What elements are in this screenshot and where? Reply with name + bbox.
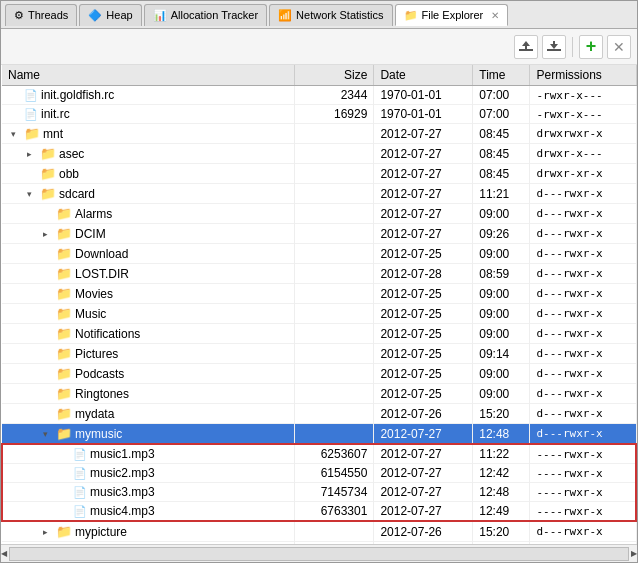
file-name: Alarms bbox=[75, 207, 112, 221]
table-row[interactable]: ▾📁mymusic2012-07-2712:48d---rwxr-x bbox=[2, 424, 636, 445]
file-date: 2012-07-27 bbox=[374, 164, 473, 184]
table-row[interactable]: 📁Alarms2012-07-2709:00d---rwxr-x bbox=[2, 204, 636, 224]
file-permissions: d---rwxr-x bbox=[530, 184, 636, 204]
folder-icon: 📁 bbox=[56, 246, 72, 261]
table-row[interactable]: 📁Ringtones2012-07-2509:00d---rwxr-x bbox=[2, 384, 636, 404]
file-name: mnt bbox=[43, 127, 63, 141]
col-size[interactable]: Size bbox=[294, 65, 373, 86]
pull-file-button[interactable] bbox=[514, 35, 538, 59]
expand-arrow-icon[interactable]: ▾ bbox=[11, 129, 21, 139]
allocation-icon: 📊 bbox=[153, 9, 167, 22]
file-time: 15:20 bbox=[473, 521, 530, 542]
tab-heap[interactable]: 🔷 Heap bbox=[79, 4, 141, 26]
file-time: 09:26 bbox=[473, 224, 530, 244]
folder-icon: 📁 bbox=[40, 166, 56, 181]
tab-network-statistics[interactable]: 📶 Network Statistics bbox=[269, 4, 392, 26]
scroll-right-icon[interactable]: ▶ bbox=[631, 549, 637, 558]
table-row[interactable]: 📄init.goldfish.rc23441970-01-0107:00-rwx… bbox=[2, 86, 636, 105]
file-size bbox=[294, 164, 373, 184]
tab-threads[interactable]: ⚙ Threads bbox=[5, 4, 77, 26]
threads-icon: ⚙ bbox=[14, 9, 24, 22]
table-row[interactable]: ▸📁asec2012-07-2708:45drwxr-x--- bbox=[2, 144, 636, 164]
expand-arrow-icon[interactable]: ▾ bbox=[43, 429, 53, 439]
table-row[interactable]: ▸📁mypicture2012-07-2615:20d---rwxr-x bbox=[2, 521, 636, 542]
table-row[interactable]: 📁Movies2012-07-2509:00d---rwxr-x bbox=[2, 284, 636, 304]
music-file-row[interactable]: 📄music3.mp371457342012-07-2712:48----rwx… bbox=[2, 483, 636, 502]
file-date: 2012-07-27 bbox=[374, 224, 473, 244]
file-size bbox=[294, 204, 373, 224]
file-permissions: d---rwxr-x bbox=[530, 244, 636, 264]
table-row[interactable]: 📁Download2012-07-2509:00d---rwxr-x bbox=[2, 244, 636, 264]
table-row[interactable]: 📁LOST.DIR2012-07-2808:59d---rwxr-x bbox=[2, 264, 636, 284]
table-row[interactable]: ▾📁sdcard2012-07-2711:21d---rwxr-x bbox=[2, 184, 636, 204]
file-permissions: d---rwxr-x bbox=[530, 521, 636, 542]
file-name: obb bbox=[59, 167, 79, 181]
file-date: 2012-07-27 bbox=[374, 144, 473, 164]
file-date: 2012-07-25 bbox=[374, 244, 473, 264]
file-time: 11:21 bbox=[473, 184, 530, 204]
horizontal-scrollbar[interactable] bbox=[9, 547, 629, 561]
file-size bbox=[294, 244, 373, 264]
file-size bbox=[294, 424, 373, 445]
file-permissions: d---rwxr-x bbox=[530, 284, 636, 304]
col-perm[interactable]: Permissions bbox=[530, 65, 636, 86]
music-file-row[interactable]: 📄music2.mp361545502012-07-2712:42----rwx… bbox=[2, 464, 636, 483]
file-size bbox=[294, 224, 373, 244]
file-icon: 📄 bbox=[73, 486, 87, 499]
file-icon: 📄 bbox=[73, 448, 87, 461]
expand-arrow-icon[interactable]: ▸ bbox=[27, 149, 37, 159]
table-row[interactable]: 📁Music2012-07-2509:00d---rwxr-x bbox=[2, 304, 636, 324]
music-file-row[interactable]: 📄music4.mp367633012012-07-2712:49----rwx… bbox=[2, 502, 636, 522]
file-time: 08:59 bbox=[473, 264, 530, 284]
tab-close-icon[interactable]: ✕ bbox=[491, 10, 499, 21]
file-name: sdcard bbox=[59, 187, 95, 201]
file-size bbox=[294, 521, 373, 542]
table-row[interactable]: ▾📁mnt2012-07-2708:45drwxrwxr-x bbox=[2, 124, 636, 144]
file-time: 08:45 bbox=[473, 144, 530, 164]
expand-arrow-icon[interactable]: ▸ bbox=[43, 527, 53, 537]
table-row[interactable]: 📁Podcasts2012-07-2509:00d---rwxr-x bbox=[2, 364, 636, 384]
col-date[interactable]: Date bbox=[374, 65, 473, 86]
table-row[interactable]: 📁mydata2012-07-2615:20d---rwxr-x bbox=[2, 404, 636, 424]
file-time: 09:14 bbox=[473, 344, 530, 364]
scroll-left-icon[interactable]: ◀ bbox=[1, 549, 7, 558]
push-file-button[interactable] bbox=[542, 35, 566, 59]
folder-icon: 📁 bbox=[56, 266, 72, 281]
table-row[interactable]: 📁Pictures2012-07-2509:14d---rwxr-x bbox=[2, 344, 636, 364]
file-time: 12:48 bbox=[473, 424, 530, 445]
table-row[interactable]: 📁obb2012-07-2708:45drwxr-xr-x bbox=[2, 164, 636, 184]
file-name: Download bbox=[75, 247, 128, 261]
file-size bbox=[294, 384, 373, 404]
expand-arrow-icon[interactable]: ▾ bbox=[27, 189, 37, 199]
file-permissions: d---rwxr-x bbox=[530, 404, 636, 424]
file-icon: 📄 bbox=[73, 467, 87, 480]
tab-file-explorer[interactable]: 📁 File Explorer ✕ bbox=[395, 4, 509, 26]
file-icon: 📄 bbox=[24, 89, 38, 102]
col-name[interactable]: Name bbox=[2, 65, 294, 86]
folder-icon: 📁 bbox=[56, 386, 72, 401]
file-name: mypicture bbox=[75, 525, 127, 539]
add-button[interactable]: + bbox=[579, 35, 603, 59]
file-name: mydata bbox=[75, 407, 114, 421]
table-row[interactable]: 📄init.rc169291970-01-0107:00-rwxr-x--- bbox=[2, 105, 636, 124]
table-row[interactable]: 📁Notifications2012-07-2509:00d---rwxr-x bbox=[2, 324, 636, 344]
file-permissions: -rwxr-x--- bbox=[530, 105, 636, 124]
delete-button[interactable]: ✕ bbox=[607, 35, 631, 59]
file-permissions: drwxr-x--- bbox=[530, 144, 636, 164]
file-size: 7145734 bbox=[294, 483, 373, 502]
file-size: 6154550 bbox=[294, 464, 373, 483]
expand-arrow-icon[interactable]: ▸ bbox=[43, 229, 53, 239]
folder-icon: 📁 bbox=[56, 326, 72, 341]
file-date: 2012-07-27 bbox=[374, 502, 473, 522]
table-row[interactable]: ▸📁DCIM2012-07-2709:26d---rwxr-x bbox=[2, 224, 636, 244]
file-time: 12:49 bbox=[473, 502, 530, 522]
folder-icon: 📁 bbox=[56, 346, 72, 361]
file-permissions: ----rwxr-x bbox=[530, 464, 636, 483]
file-name: LOST.DIR bbox=[75, 267, 129, 281]
file-date: 2012-07-28 bbox=[374, 264, 473, 284]
file-date: 2012-07-25 bbox=[374, 304, 473, 324]
col-time[interactable]: Time bbox=[473, 65, 530, 86]
music-file-row[interactable]: 📄music1.mp362536072012-07-2711:22----rwx… bbox=[2, 444, 636, 464]
file-time: 09:00 bbox=[473, 364, 530, 384]
tab-allocation-tracker[interactable]: 📊 Allocation Tracker bbox=[144, 4, 267, 26]
